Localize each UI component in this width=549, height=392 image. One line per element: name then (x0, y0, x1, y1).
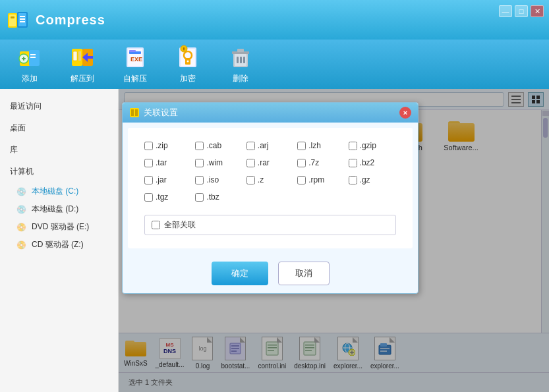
toolbar: 添加 解压到 EXE 自解压 (0, 40, 549, 89)
svg-rect-37 (243, 57, 245, 63)
toolbar-selfextract[interactable]: EXE 自解压 (119, 44, 152, 84)
sidebar-item-computer[interactable]: 计算机 (0, 161, 118, 182)
checkbox-7z-input[interactable] (297, 159, 306, 167)
sidebar-drive-z[interactable]: 📀 CD 驱动器 (Z:) (0, 236, 118, 254)
confirm-button[interactable]: 确定 (212, 262, 268, 285)
maximize-button[interactable]: □ (515, 5, 528, 17)
checkbox-tgz[interactable]: .tgz (144, 192, 192, 202)
checkbox-iso[interactable]: .iso (195, 175, 243, 184)
selfextract-icon: EXE (122, 44, 148, 70)
checkbox-grid: .zip .cab .arj .lzh .gzip .tar .wim .rar… (144, 141, 396, 202)
svg-rect-2 (11, 16, 14, 18)
close-button[interactable]: ✕ (531, 5, 544, 17)
checkbox-cab-input[interactable] (195, 142, 204, 150)
sidebar-item-desktop[interactable]: 桌面 (0, 117, 118, 139)
svg-rect-23 (129, 50, 136, 52)
association-settings-dialog: 关联设置 × .zip .cab .arj .lzh .gzip .tar .w… (122, 102, 419, 294)
checkbox-zip-input[interactable] (144, 142, 153, 150)
checkbox-tar-input[interactable] (144, 159, 153, 167)
modal-body: .zip .cab .arj .lzh .gzip .tar .wim .rar… (128, 128, 413, 248)
svg-rect-17 (73, 51, 77, 61)
checkbox-rpm[interactable]: .rpm (297, 175, 345, 184)
checkbox-all-input[interactable] (152, 221, 160, 229)
checkbox-7z[interactable]: .7z (297, 158, 345, 167)
svg-rect-68 (131, 109, 134, 116)
toolbar-extract[interactable]: 解压到 (66, 44, 99, 84)
checkbox-lzh[interactable]: .lzh (297, 141, 345, 150)
window-controls: — □ ✕ (499, 5, 544, 17)
sidebar-label-e: DVD 驱动器 (E:) (32, 221, 89, 233)
svg-rect-14 (23, 57, 24, 61)
svg-rect-18 (78, 51, 81, 61)
app-logo (7, 8, 30, 32)
sidebar-label-recent: 最近访问 (10, 101, 42, 112)
toolbar-encrypt-label: 加密 (180, 73, 196, 84)
content-area: Debug DownloadedProgram... L2Schemas Med… (119, 89, 549, 392)
checkbox-tbz[interactable]: .tbz (195, 192, 243, 202)
svg-rect-34 (237, 49, 244, 52)
sidebar-drive-c[interactable]: 💿 本地磁盘 (C:) (0, 182, 118, 200)
checkbox-wim[interactable]: .wim (195, 158, 243, 167)
checkbox-z[interactable]: .z (246, 175, 294, 184)
sidebar-label-desktop: 桌面 (10, 123, 26, 134)
checkbox-jar-input[interactable] (144, 176, 153, 184)
modal-title-area: 关联设置 (129, 107, 178, 119)
checkbox-tbz-input[interactable] (195, 193, 204, 202)
checkbox-gz-input[interactable] (349, 176, 357, 184)
checkbox-arj-input[interactable] (246, 142, 255, 150)
checkbox-iso-input[interactable] (195, 176, 204, 184)
modal-title-text: 关联设置 (144, 107, 178, 119)
cancel-button[interactable]: 取消 (278, 262, 330, 285)
checkbox-cab[interactable]: .cab (195, 141, 243, 150)
modal-close-button[interactable]: × (399, 107, 411, 119)
add-icon (16, 44, 43, 70)
toolbar-delete-label: 删除 (233, 73, 248, 84)
checkbox-bz2-input[interactable] (349, 159, 357, 167)
checkbox-rpm-input[interactable] (297, 176, 306, 184)
checkbox-rar[interactable]: .rar (246, 158, 294, 167)
svg-rect-10 (30, 54, 36, 55)
sidebar-drive-e[interactable]: 📀 DVD 驱动器 (E:) (0, 218, 118, 236)
svg-rect-7 (20, 21, 25, 22)
extract-icon (69, 44, 96, 70)
checkbox-rar-input[interactable] (246, 159, 255, 167)
checkbox-gzip[interactable]: .gzip (349, 141, 396, 150)
svg-rect-6 (20, 18, 25, 20)
toolbar-add-label: 添加 (22, 73, 38, 84)
checkbox-lzh-input[interactable] (297, 142, 306, 150)
sidebar-label-c: 本地磁盘 (C:) (32, 186, 78, 197)
svg-rect-69 (135, 109, 138, 116)
sidebar-label-computer: 计算机 (10, 166, 34, 177)
checkbox-arj[interactable]: .arj (246, 141, 294, 150)
checkbox-all-area[interactable]: 全部关联 (144, 215, 396, 235)
toolbar-add[interactable]: 添加 (13, 44, 46, 84)
checkbox-zip[interactable]: .zip (144, 141, 192, 150)
toolbar-encrypt[interactable]: 加密 (171, 44, 204, 84)
modal-header: 关联设置 × (123, 103, 418, 123)
app-title: Compress (36, 13, 105, 28)
sidebar-drive-d[interactable]: 💿 本地磁盘 (D:) (0, 200, 118, 218)
checkbox-wim-input[interactable] (195, 159, 204, 167)
checkbox-z-input[interactable] (246, 176, 255, 184)
svg-rect-36 (240, 57, 242, 63)
checkbox-gz[interactable]: .gz (349, 175, 396, 184)
toolbar-selfextract-label: 自解压 (123, 73, 147, 84)
checkbox-bz2[interactable]: .bz2 (349, 158, 396, 167)
svg-rect-5 (20, 16, 25, 17)
modal-icon (129, 107, 140, 118)
svg-text:EXE: EXE (130, 56, 142, 63)
checkbox-tgz-input[interactable] (144, 193, 153, 202)
toolbar-extract-label: 解压到 (71, 73, 94, 84)
sidebar: 最近访问 桌面 库 计算机 💿 本地磁盘 (C:) 💿 本地磁盘 (D:) 📀 … (0, 89, 119, 392)
svg-rect-35 (237, 57, 239, 63)
checkbox-jar[interactable]: .jar (144, 175, 192, 184)
toolbar-delete[interactable]: 删除 (224, 44, 257, 84)
sidebar-item-recent[interactable]: 最近访问 (0, 96, 118, 117)
checkbox-gzip-input[interactable] (349, 142, 357, 150)
sidebar-item-library[interactable]: 库 (0, 139, 118, 161)
svg-rect-1 (9, 14, 16, 26)
title-bar: Compress — □ ✕ (0, 0, 549, 40)
minimize-button[interactable]: — (499, 5, 512, 17)
checkbox-all-label: 全部关联 (164, 219, 196, 231)
checkbox-tar[interactable]: .tar (144, 158, 192, 167)
